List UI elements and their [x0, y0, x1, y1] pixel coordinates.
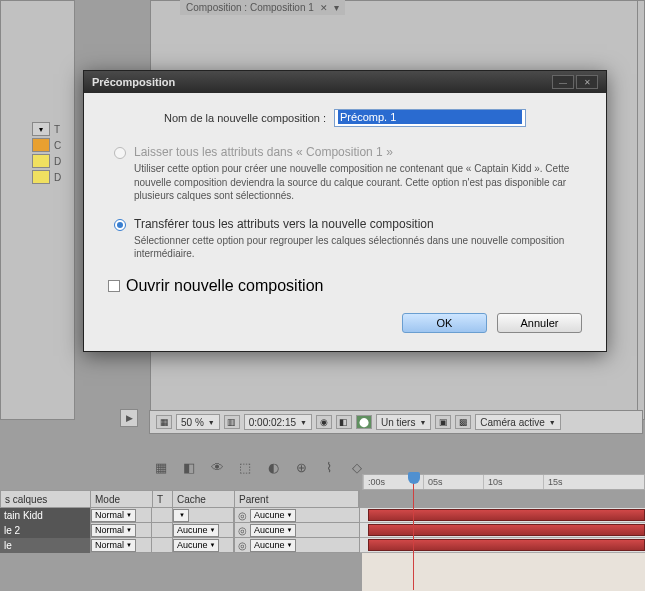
layer-row[interactable]: tain Kidd Normal ◎Aucune [0, 508, 645, 523]
dropdown-icon[interactable]: ▾ [32, 122, 50, 136]
mode-dropdown[interactable]: Normal [91, 509, 136, 522]
option2-desc: Sélectionner cette option pour regrouper… [134, 234, 582, 261]
timeline-empty-area [362, 553, 645, 591]
composition-name-input[interactable]: Précomp. 1 [334, 109, 526, 127]
layer-name[interactable]: le 2 [0, 523, 90, 538]
viewer-footer: ▦ 50 % ▥ 0:00:02:15 ◉ ◧ ⬤ Un tiers ▣ ▩ C… [149, 410, 643, 434]
input-value: Précomp. 1 [338, 110, 522, 124]
name-label: Nom de la nouvelle composition : [164, 112, 326, 124]
dialog-titlebar[interactable]: Précomposition — ✕ [84, 71, 606, 93]
pickwhip-icon[interactable]: ◎ [238, 525, 247, 536]
clip-bar[interactable] [368, 509, 645, 521]
pickwhip-icon[interactable]: ◎ [238, 540, 247, 551]
clip-bar[interactable] [368, 524, 645, 536]
time-tick: 10s [483, 475, 543, 489]
folder-icon [32, 170, 50, 184]
checkbox-label: Ouvrir nouvelle composition [126, 277, 323, 295]
trackmatte-cell [152, 538, 172, 553]
list-item[interactable]: C [32, 138, 61, 152]
trackmatte-cell [152, 523, 172, 538]
camera-dropdown[interactable]: Caméra active [475, 414, 560, 430]
list-header: T [54, 124, 60, 135]
radio-icon[interactable] [114, 219, 126, 231]
dialog-title: Précomposition [92, 76, 175, 88]
timeline-ruler[interactable]: :00s 05s 10s 15s [362, 474, 645, 490]
cache-dropdown[interactable]: Aucune [173, 539, 219, 552]
cache-dropdown[interactable]: Aucune [173, 524, 219, 537]
playhead-line [413, 480, 414, 590]
track-area[interactable] [360, 508, 645, 523]
cancel-button[interactable]: Annuler [497, 313, 582, 333]
layer-list: tain Kidd Normal ◎Aucune le 2 Normal Auc… [0, 508, 645, 553]
timeline-columns: s calques Mode T Cache Parent [0, 490, 360, 508]
parent-dropdown[interactable]: Aucune [250, 509, 296, 522]
channel-icon[interactable]: ◧ [336, 415, 352, 429]
aspect-icon[interactable]: ▥ [224, 415, 240, 429]
option-transfer-attributes[interactable]: Transférer tous les attributs vers la no… [114, 217, 582, 261]
option1-desc: Utiliser cette option pour créer une nou… [134, 162, 582, 203]
col-cache[interactable]: Cache [173, 491, 235, 507]
tab-menu-icon[interactable]: ▾ [334, 2, 339, 13]
layer-row[interactable]: le 2 Normal Aucune ◎Aucune [0, 523, 645, 538]
play-button[interactable]: ▶ [120, 409, 138, 427]
graph-icon[interactable]: ⌇ [319, 458, 339, 476]
project-items: ▾ T C D D [32, 122, 61, 184]
col-trackmatte[interactable]: T [153, 491, 173, 507]
mode-dropdown[interactable]: Normal [91, 524, 136, 537]
dialog-body: Nom de la nouvelle composition : Précomp… [84, 93, 606, 351]
checkbox-icon[interactable] [108, 280, 120, 292]
composition-tab[interactable]: Composition : Composition 1 ✕ ▾ [180, 0, 345, 15]
folder-icon [32, 154, 50, 168]
current-time-indicator[interactable] [408, 472, 420, 484]
right-panel [637, 0, 645, 420]
close-icon[interactable]: ✕ [320, 3, 328, 13]
trackmatte-cell [152, 508, 172, 523]
option2-label: Transférer tous les attributs vers la no… [134, 217, 582, 231]
frame-blend-icon[interactable]: ⬚ [235, 458, 255, 476]
tab-label: Composition : Composition 1 [186, 2, 314, 13]
item-label: D [54, 156, 61, 167]
zoom-dropdown[interactable]: 50 % [176, 414, 220, 430]
list-item[interactable]: D [32, 170, 61, 184]
pickwhip-icon[interactable]: ◎ [238, 510, 247, 521]
time-dropdown[interactable]: 0:00:02:15 [244, 414, 312, 430]
color-icon[interactable]: ⬤ [356, 415, 372, 429]
shy-icon[interactable]: 👁 [207, 458, 227, 476]
ok-button[interactable]: OK [402, 313, 487, 333]
motion-blur-icon[interactable]: ◐ [263, 458, 283, 476]
quality-dropdown[interactable]: Un tiers [376, 414, 431, 430]
transparency-icon[interactable]: ▩ [455, 415, 471, 429]
timeline-toolbar: ▦ ◧ 👁 ⬚ ◐ ⊕ ⌇ ◇ [151, 458, 367, 476]
layer-name[interactable]: le [0, 538, 90, 553]
item-label: D [54, 172, 61, 183]
radio-icon [114, 147, 126, 159]
folder-icon [32, 138, 50, 152]
mode-dropdown[interactable]: Normal [91, 539, 136, 552]
layer-icon[interactable]: ◧ [179, 458, 199, 476]
col-layers[interactable]: s calques [1, 491, 91, 507]
left-panel [0, 0, 75, 420]
option-leave-attributes: Laisser tous les attributs dans « Compos… [114, 145, 582, 203]
layer-row[interactable]: le Normal Aucune ◎Aucune [0, 538, 645, 553]
open-new-composition-checkbox[interactable]: Ouvrir nouvelle composition [108, 277, 582, 295]
region-icon[interactable]: ▣ [435, 415, 451, 429]
col-mode[interactable]: Mode [91, 491, 153, 507]
layer-name[interactable]: tain Kidd [0, 508, 90, 523]
item-label: C [54, 140, 61, 151]
clip-bar[interactable] [368, 539, 645, 551]
brainstorm-icon[interactable]: ⊕ [291, 458, 311, 476]
close-button[interactable]: ✕ [576, 75, 598, 89]
parent-dropdown[interactable]: Aucune [250, 524, 296, 537]
parent-dropdown[interactable]: Aucune [250, 539, 296, 552]
track-area[interactable] [360, 538, 645, 553]
cache-dropdown[interactable] [173, 509, 189, 522]
list-item[interactable]: D [32, 154, 61, 168]
col-parent[interactable]: Parent [235, 491, 359, 507]
comp-icon[interactable]: ▦ [151, 458, 171, 476]
time-tick: 05s [423, 475, 483, 489]
snapshot-icon[interactable]: ◉ [316, 415, 332, 429]
grid-icon[interactable]: ▦ [156, 415, 172, 429]
minimize-button[interactable]: — [552, 75, 574, 89]
list-header-row: ▾ T [32, 122, 61, 136]
track-area[interactable] [360, 523, 645, 538]
